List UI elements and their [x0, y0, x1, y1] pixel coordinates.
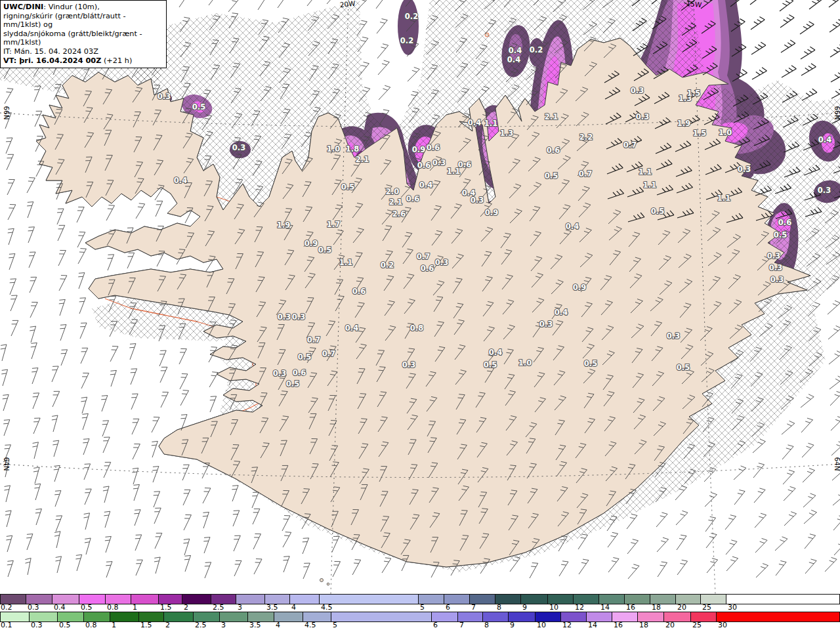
scale-tick-label: 0.4	[54, 603, 66, 612]
precip-value: 0.5	[484, 360, 497, 369]
scale-cell	[638, 612, 664, 621]
precip-value: 1.8	[346, 144, 359, 154]
precip-value: 0.5	[584, 359, 597, 368]
scale-cell	[717, 612, 840, 621]
scale-cell	[52, 595, 79, 604]
scale-tick-label: 16	[626, 603, 635, 612]
scale-tick-label: 0.5	[81, 603, 93, 612]
scale-cell	[211, 595, 236, 604]
scale-tick-label: 1.5	[160, 603, 172, 612]
scale-tick-label: 12	[575, 603, 584, 612]
precip-value: 0.5	[774, 230, 787, 240]
precip-value: 0.7	[307, 335, 320, 345]
scale-cell	[139, 612, 164, 621]
scale-cell	[248, 612, 274, 621]
precip-value: 0.6	[406, 194, 419, 203]
scale-tick-label: 10	[537, 621, 546, 629]
scale-tick-label: 9	[510, 621, 514, 629]
precip-value: 2.2	[579, 133, 593, 142]
scale-tick-label: 3	[221, 621, 226, 629]
scale-tick-label: 1	[133, 603, 137, 612]
graticule-label: 64N	[3, 457, 10, 471]
precip-value: 1.1	[643, 180, 656, 190]
precip-value: 0.3	[818, 186, 831, 195]
scale-tick-label: 18	[652, 603, 661, 612]
scale-tick-label: 9	[522, 603, 527, 612]
scale-tick-label: 10	[549, 603, 558, 612]
scale-cell	[79, 595, 106, 604]
precip-value: 0.7	[417, 252, 430, 261]
scale-tick-label: 0.1	[1, 621, 12, 629]
precip-value: 2.1	[545, 112, 558, 121]
scale-tick-label: 5	[420, 603, 425, 612]
info-line-3: slydda/snjókoma (grátt/bleikt/grænt - mm…	[3, 30, 163, 47]
precip-value: 0.3	[769, 263, 782, 272]
scale-cell	[509, 612, 536, 621]
scale-cell	[495, 595, 521, 604]
precip-value: 1.5	[687, 89, 700, 98]
scale-cell	[483, 612, 509, 621]
scale-tick-label: 4	[276, 621, 280, 629]
precip-value: 0.5	[318, 245, 331, 255]
scale-cell	[110, 612, 139, 621]
precip-value: 0.6	[427, 143, 440, 152]
weather-map-page: 0.20.20.40.40.20.30.50.30.41.01.82.10.50…	[0, 0, 840, 630]
scale-cell	[536, 612, 561, 621]
precip-value: 0.3	[471, 196, 484, 205]
precip-value: 2.1	[356, 155, 369, 164]
scale-tick-label: 2	[165, 621, 170, 629]
scale-tick-label: 0.3	[31, 621, 43, 629]
precip-value: 0.5	[286, 379, 299, 388]
precip-value: 0.4	[174, 176, 187, 185]
scale-cell	[164, 612, 194, 621]
scale-cell	[58, 612, 84, 621]
scale-tick-label: 2	[184, 603, 188, 612]
precip-value: 0.2	[381, 261, 394, 270]
scale-tick-label: 16	[614, 621, 623, 629]
scale-cell	[84, 612, 110, 621]
precip-value: 1.1	[717, 194, 730, 203]
scale-cell	[548, 595, 574, 604]
scale-tick-label: 1.5	[140, 621, 152, 629]
scale-tick-label: 0.8	[107, 603, 119, 612]
precip-value: 1.1	[484, 119, 497, 128]
scale-cell	[0, 612, 30, 621]
precip-value: 0.4	[345, 324, 358, 333]
precip-value: 0.9	[485, 208, 498, 217]
scale-tick-label: 0.8	[85, 621, 97, 629]
precip-value: 0.7	[322, 349, 335, 358]
precip-value: 0.6	[547, 146, 560, 155]
precip-value: 0.6	[352, 287, 366, 296]
precip-value: 0.6	[421, 264, 434, 273]
scale-cell	[30, 612, 58, 621]
iceland-weather-map: 0.20.20.40.40.20.30.50.30.41.01.82.10.50…	[0, 0, 840, 594]
scale-tick-label: 6	[433, 621, 438, 629]
precip-value: 1.3	[500, 129, 513, 138]
precip-value: 0.3	[667, 331, 680, 341]
scale-cell	[521, 595, 548, 604]
scale-tick-label: 0.2	[1, 603, 12, 612]
precip-value: 0.4	[509, 46, 522, 55]
scale-cell	[726, 595, 840, 604]
precip-value: 0.3	[631, 86, 644, 95]
precip-value: 0.6	[293, 368, 306, 377]
scale-tick-label: 25	[692, 621, 702, 629]
precip-value: 1.9	[277, 220, 290, 230]
precip-value: 0.5	[298, 352, 311, 362]
precip-value: 0.9	[304, 239, 318, 248]
scale-tick-label: 2.5	[195, 621, 207, 629]
precip-value: 0.5	[651, 207, 664, 216]
precip-value: 0.4	[555, 308, 568, 317]
precip-value: 0.3	[770, 275, 784, 284]
scale-cell	[0, 595, 26, 604]
scale-tick-label: 2.5	[213, 603, 224, 612]
precip-value: 0.4	[507, 55, 520, 64]
scale-tick-label: 7	[471, 603, 476, 612]
precip-value: 0.5	[341, 182, 354, 192]
precip-value: 0.6	[778, 218, 791, 227]
scale-cell	[290, 595, 320, 604]
precip-value: 0.3	[738, 165, 751, 174]
scale-cell	[220, 612, 248, 621]
precip-value: 1.0	[719, 128, 732, 137]
precip-value: 1.5	[693, 129, 706, 138]
